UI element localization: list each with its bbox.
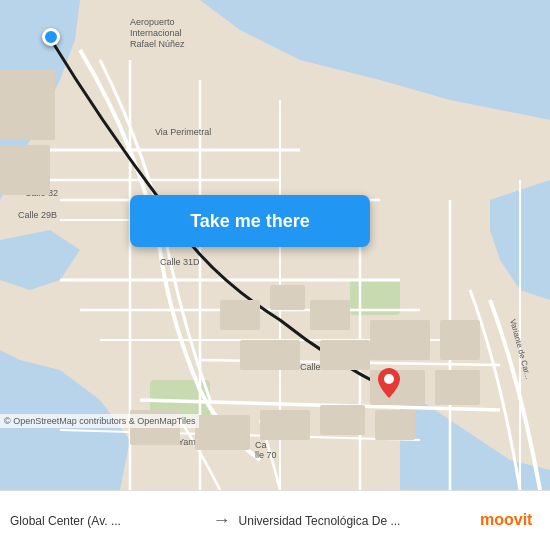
svg-rect-34 bbox=[220, 300, 260, 330]
destination-pin bbox=[378, 368, 400, 402]
button-overlay: Take me there bbox=[130, 195, 370, 247]
svg-rect-47 bbox=[375, 410, 415, 440]
svg-rect-45 bbox=[260, 410, 310, 440]
app: Aeropuerto Internacional Rafael Núñez Vi… bbox=[0, 0, 550, 550]
moovit-logo: moovit bbox=[480, 507, 540, 535]
svg-rect-35 bbox=[270, 285, 305, 310]
route-to-label: Universidad Tecnológica De ... bbox=[239, 514, 472, 528]
svg-text:Calle 31D: Calle 31D bbox=[160, 257, 200, 267]
svg-rect-38 bbox=[320, 340, 370, 370]
svg-rect-42 bbox=[435, 370, 480, 405]
map-container: Aeropuerto Internacional Rafael Núñez Vi… bbox=[0, 0, 550, 490]
svg-text:Rafael Núñez: Rafael Núñez bbox=[130, 39, 185, 49]
take-me-there-button[interactable]: Take me there bbox=[130, 195, 370, 247]
svg-text:Aeropuerto: Aeropuerto bbox=[130, 17, 175, 27]
map-attribution: © OpenStreetMap contributors & OpenMapTi… bbox=[0, 414, 199, 428]
route-arrow-icon: → bbox=[213, 510, 231, 531]
svg-text:Internacional: Internacional bbox=[130, 28, 182, 38]
svg-rect-36 bbox=[310, 300, 350, 330]
svg-rect-37 bbox=[240, 340, 300, 370]
svg-rect-33 bbox=[0, 145, 50, 195]
svg-rect-40 bbox=[440, 320, 480, 360]
svg-text:lle 70: lle 70 bbox=[255, 450, 277, 460]
svg-text:Calle 29B: Calle 29B bbox=[18, 210, 57, 220]
origin-pin bbox=[42, 28, 60, 46]
bottom-bar: Global Center (Av. ... → Universidad Tec… bbox=[0, 490, 550, 550]
svg-rect-39 bbox=[370, 320, 430, 360]
svg-rect-32 bbox=[0, 70, 55, 140]
svg-rect-44 bbox=[195, 415, 250, 450]
svg-text:Via Perimetral: Via Perimetral bbox=[155, 127, 211, 137]
svg-rect-46 bbox=[320, 405, 365, 435]
svg-text:moovit: moovit bbox=[480, 511, 533, 528]
route-from-label: Global Center (Av. ... bbox=[10, 514, 205, 528]
svg-point-48 bbox=[384, 374, 394, 384]
svg-text:Ca: Ca bbox=[255, 440, 267, 450]
